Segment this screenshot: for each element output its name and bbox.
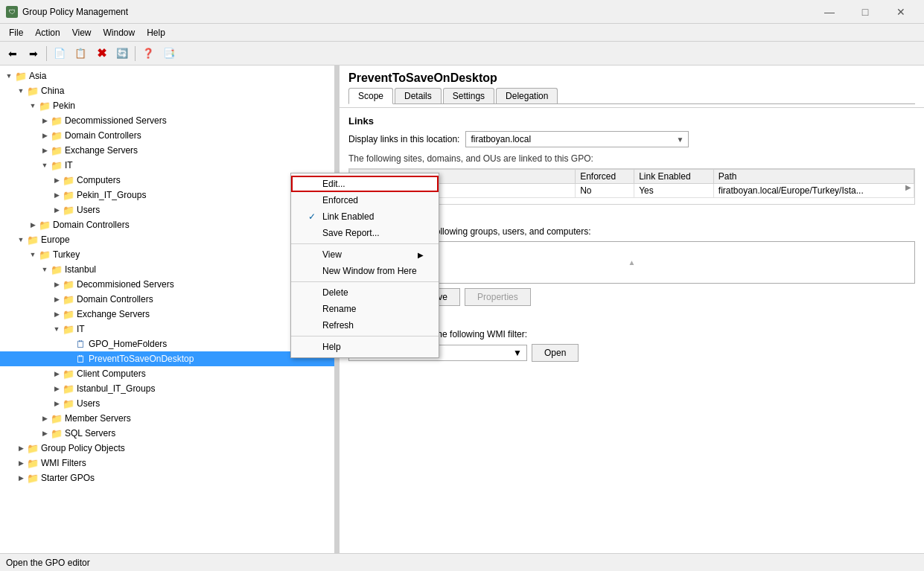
expander-istanbul-it-groups: ▶ — [51, 383, 63, 395]
label-users-istanbul: Users — [77, 398, 100, 409]
tree-item-asia[interactable]: ▼ 📁 Asia — [0, 68, 334, 83]
tree-item-gpo-homefolders[interactable]: 🗒 GPO_HomeFolders — [0, 336, 334, 351]
tree-item-exchange[interactable]: ▶ 📁 Exchange Servers — [0, 143, 334, 158]
close-button[interactable]: ✕ — [884, 1, 918, 22]
expander-sql-servers: ▶ — [39, 427, 51, 439]
ctx-sep-2 — [291, 281, 439, 282]
expander-dc-pekin: ▶ — [39, 130, 51, 141]
folder-icon-dc-pekin: 📁 — [51, 130, 63, 141]
ctx-view[interactable]: View ▶ — [291, 246, 439, 263]
links-section-title: Links — [348, 115, 915, 127]
security-up-indicator: ▲ — [628, 251, 636, 274]
menu-action[interactable]: Action — [29, 25, 66, 41]
tree-item-istanbul[interactable]: ▼ 📁 Istanbul — [0, 262, 334, 277]
tree-item-starter-gpos[interactable]: ▶ 📁 Starter GPOs — [0, 470, 334, 485]
menu-file[interactable]: File — [3, 25, 29, 41]
tab-details[interactable]: Details — [395, 88, 442, 103]
tree-item-pekin-it-groups[interactable]: ▶ 📁 Pekin_IT_Groups — [0, 188, 334, 202]
refresh-toolbar-button[interactable]: 🔄 — [112, 44, 132, 63]
label-prevent-save: PreventToSaveOnDesktop — [89, 354, 194, 364]
tree-item-users-it[interactable]: ▶ 📁 Users — [0, 202, 334, 217]
ctx-refresh[interactable]: Refresh — [291, 317, 439, 334]
ctx-help[interactable]: Help — [291, 339, 439, 355]
tree-item-it-istanbul[interactable]: ▼ 📁 IT — [0, 322, 334, 336]
menu-window[interactable]: Window — [98, 25, 141, 41]
tab-scope[interactable]: Scope — [348, 88, 393, 104]
context-menu: Edit... Enforced ✓ Link Enabled Save Rep… — [290, 173, 439, 358]
ctx-save-report[interactable]: Save Report... — [291, 225, 439, 241]
folder-icon-exchange-istanbul: 📁 — [63, 308, 74, 320]
ctx-edit[interactable]: Edit... — [291, 176, 439, 192]
title-bar: 🛡 Group Policy Management — □ ✕ — [0, 0, 924, 24]
help-toolbar-button[interactable]: ❓ — [138, 44, 158, 63]
ctx-link-enabled-label: Link Enabled — [322, 211, 374, 222]
copy-button[interactable]: 📋 — [71, 44, 90, 63]
menu-help[interactable]: Help — [141, 25, 171, 41]
label-dc-pekin: Domain Controllers — [65, 130, 141, 141]
minimize-button[interactable]: — — [812, 1, 847, 22]
expander-china: ▼ — [15, 85, 27, 97]
forward-button[interactable]: ➡ — [24, 44, 43, 63]
tab-delegation[interactable]: Delegation — [496, 88, 558, 103]
expander-gpo-objects: ▶ — [15, 442, 27, 454]
window-title: Group Policy Management — [22, 7, 812, 17]
expander-decom-servers: ▶ — [39, 115, 51, 127]
tree-item-decom-servers[interactable]: ▶ 📁 Decommissioned Servers — [0, 113, 334, 128]
tree-item-europe[interactable]: ▼ 📁 Europe — [0, 232, 334, 247]
folder-icon-dc-china: 📁 — [39, 219, 51, 231]
expander-dc-istanbul: ▶ — [51, 293, 63, 305]
open-button[interactable]: 📄 — [50, 44, 69, 63]
ctx-delete-label: Delete — [322, 287, 348, 298]
tree-item-sql-servers[interactable]: ▶ 📁 SQL Servers — [0, 426, 334, 441]
tree-item-exchange-istanbul[interactable]: ▶ 📁 Exchange Servers — [0, 307, 334, 322]
tree-item-gpo-objects[interactable]: ▶ 📁 Group Policy Objects — [0, 441, 334, 456]
expander-europe: ▼ — [15, 234, 27, 246]
label-client-computers: Client Computers — [77, 369, 146, 379]
col-enforced: Enforced — [576, 170, 634, 184]
expander-pekin-it: ▶ — [51, 189, 63, 201]
tree-item-dc-china[interactable]: ▶ 📁 Domain Controllers — [0, 217, 334, 232]
folder-icon-turkey: 📁 — [39, 249, 51, 261]
tree-item-dc-istanbul[interactable]: ▶ 📁 Domain Controllers — [0, 292, 334, 307]
ctx-enforced[interactable]: Enforced — [291, 192, 439, 208]
tab-settings[interactable]: Settings — [443, 88, 494, 103]
ctx-rename[interactable]: Rename — [291, 301, 439, 317]
properties-button[interactable]: Properties — [465, 288, 531, 306]
col-link-enabled: Link Enabled — [634, 170, 714, 184]
tree-item-wmi-filters[interactable]: ▶ 📁 WMI Filters — [0, 456, 334, 470]
label-gpo-homefolders: GPO_HomeFolders — [89, 339, 167, 349]
tree-item-istanbul-it-groups[interactable]: ▶ 📁 Istanbul_IT_Groups — [0, 381, 334, 396]
delete-toolbar-button[interactable]: ✖ — [92, 44, 111, 63]
export-button[interactable]: 📑 — [159, 44, 179, 63]
folder-icon-china: 📁 — [27, 85, 39, 97]
ctx-view-arrow: ▶ — [418, 251, 424, 259]
tree-item-it[interactable]: ▼ 📁 IT — [0, 158, 334, 173]
expander-computers: ▶ — [51, 174, 63, 186]
folder-icon-pekin-it: 📁 — [63, 189, 74, 201]
folder-icon-asia: 📁 — [15, 70, 27, 82]
tree-item-computers[interactable]: ▶ 📁 Computers — [0, 173, 334, 188]
label-istanbul: Istanbul — [65, 264, 96, 275]
tree-item-decom-istanbul[interactable]: ▶ 📁 Decommisioned Servers — [0, 277, 334, 292]
expander-prevent-save — [63, 353, 74, 365]
menu-view[interactable]: View — [66, 25, 98, 41]
tree-item-users-istanbul[interactable]: ▶ 📁 Users — [0, 396, 334, 411]
tree-item-turkey[interactable]: ▼ 📁 Turkey — [0, 247, 334, 262]
location-dropdown[interactable]: firatboyan.local ▼ — [465, 131, 689, 147]
back-button[interactable]: ⬅ — [3, 44, 22, 63]
ctx-delete[interactable]: Delete — [291, 284, 439, 301]
restore-button[interactable]: □ — [848, 1, 882, 22]
folder-icon-starter: 📁 — [27, 472, 39, 484]
ctx-save-report-label: Save Report... — [322, 228, 380, 238]
folder-icon-computers: 📁 — [63, 174, 74, 186]
tree-item-prevent-save[interactable]: 🗒 PreventToSaveOnDesktop — [0, 351, 334, 366]
tree-item-pekin[interactable]: ▼ 📁 Pekin — [0, 98, 334, 113]
folder-icon-istanbul: 📁 — [51, 264, 63, 275]
ctx-link-enabled[interactable]: ✓ Link Enabled — [291, 208, 439, 225]
tree-item-dc-pekin[interactable]: ▶ 📁 Domain Controllers — [0, 128, 334, 143]
tree-item-member-servers[interactable]: ▶ 📁 Member Servers — [0, 411, 334, 426]
tree-item-china[interactable]: ▼ 📁 China — [0, 83, 334, 98]
ctx-new-window[interactable]: New Window from Here — [291, 263, 439, 279]
wmi-open-button[interactable]: Open — [532, 344, 579, 362]
tree-item-client-computers[interactable]: ▶ 📁 Client Computers — [0, 366, 334, 381]
